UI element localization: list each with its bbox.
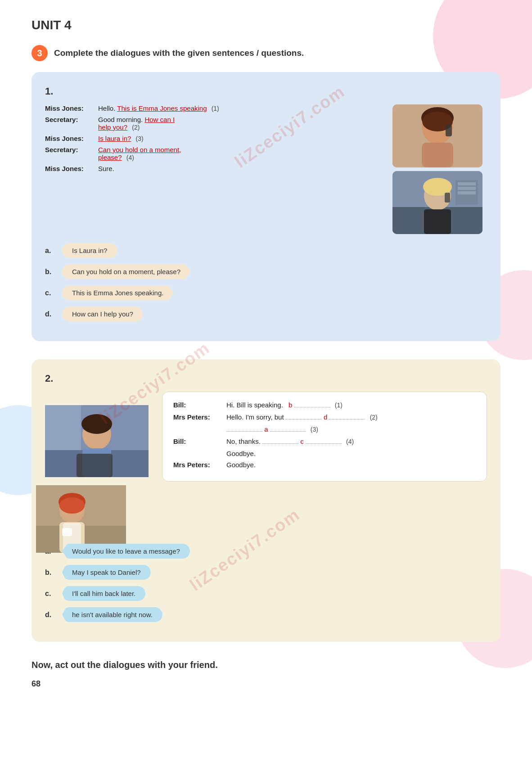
answer-num-1: (1): [212, 105, 219, 112]
d2-answer-1: b: [289, 401, 292, 409]
option-row-d: d. How can I help you?: [45, 307, 487, 321]
answer-num-3: (3): [136, 135, 144, 142]
option-label-b: b.: [45, 268, 58, 276]
d2-row-4: Bill: No, thanks. c (4): [173, 438, 476, 445]
unit-title: UNIT 4: [32, 18, 500, 32]
dialogue-row-4: Secretary: Can you hold on a moment,plea…: [45, 146, 382, 161]
speaker-miss-jones-3: Miss Jones:: [45, 165, 95, 172]
d2-option-row-c: c. I'll call him back later.: [45, 586, 487, 601]
d2-text-2: Hello. I'm sorry, but d (2): [226, 413, 476, 421]
d2-option-row-a: a. Would you like to leave a message?: [45, 544, 487, 559]
answer-num-2: (2): [132, 124, 140, 131]
d2-dots-4: [262, 443, 298, 444]
svg-rect-2: [422, 143, 453, 167]
d2-answer-2: d: [324, 413, 327, 421]
d2-row-2: Mrs Peters: Hello. I'm sorry, but d (2): [173, 413, 476, 421]
d2-option-label-b: b.: [45, 568, 58, 577]
d2-dots-1: [294, 407, 330, 407]
d2-text-1: Hi. Bill is speaking. b (1): [226, 401, 476, 409]
option-label-d: d.: [45, 310, 58, 318]
options-1: a. Is Laura in? b. Can you hold on a mom…: [45, 243, 487, 321]
answer-3: Is laura in?: [98, 135, 131, 142]
photo-young-man: [45, 405, 149, 477]
dialogue-1-section: Miss Jones: Hello. This is Emma Jones sp…: [45, 104, 487, 234]
dialogue-2-inner: Bill: Hi. Bill is speaking. b (1) Mrs Pe…: [45, 392, 487, 535]
svg-rect-11: [445, 193, 450, 203]
svg-rect-22: [77, 454, 113, 477]
d2-option-bubble-c: I'll call him back later.: [62, 586, 145, 601]
option-bubble-c: This is Emma Jones speaking.: [62, 285, 173, 300]
d2-option-row-d: d. he isn't available right now.: [45, 607, 487, 622]
d2-dots-2: [286, 419, 322, 420]
svg-rect-14: [458, 187, 476, 190]
d2-speaker-mrs-1: Mrs Peters:: [173, 413, 223, 421]
answer-num-4: (4): [126, 154, 134, 161]
svg-point-20: [81, 414, 112, 434]
speaker-miss-jones-1: Miss Jones:: [45, 104, 95, 112]
d2-option-label-d: d.: [45, 611, 58, 619]
d2-speaker-mrs-2: Mrs Peters:: [173, 461, 223, 469]
svg-rect-5: [446, 125, 452, 136]
option-row-b: b. Can you hold on a moment, please?: [45, 264, 487, 279]
exercise-2-box: 2.: [32, 359, 500, 642]
d2-row-5: Goodbye.: [173, 450, 476, 457]
d2-option-label-c: c.: [45, 590, 58, 598]
d2-answer-4: c: [300, 438, 304, 445]
photos-col-2: [45, 392, 153, 535]
dialogue-1-table: Miss Jones: Hello. This is Emma Jones sp…: [45, 104, 382, 176]
exercise-instruction: Complete the dialogues with the given se…: [54, 48, 304, 58]
dialogue-row-2: Secretary: Good morning. How can Ihelp y…: [45, 116, 382, 131]
d2-text-4: No, thanks. c (4): [226, 438, 476, 445]
speaker-secretary-2: Secretary:: [45, 146, 95, 153]
photo-woman-phone: [392, 104, 482, 167]
d2-speaker-bill-1: Bill:: [173, 401, 223, 409]
d2-answer-3: a: [264, 425, 268, 433]
photo-woman-kitchen: [36, 485, 126, 553]
d2-option-bubble-d: he isn't available right now.: [62, 607, 162, 622]
answer-4: Can you hold on a moment,please?: [98, 146, 181, 161]
exercise-header: 3 Complete the dialogues with the given …: [32, 45, 500, 61]
d2-row-1: Bill: Hi. Bill is speaking. b (1): [173, 401, 476, 409]
d2-dots-3b: [270, 431, 306, 432]
dialogue-row-5: Miss Jones: Sure.: [45, 165, 382, 172]
option-bubble-d: How can I help you?: [62, 307, 143, 321]
exercise-2-number: 2.: [45, 373, 487, 384]
d2-num-3: (3): [311, 426, 318, 433]
dialogue-text-3: Is laura in? (3): [98, 135, 382, 142]
answer-1: This is Emma Jones speaking: [117, 104, 207, 112]
dialogue-row-3: Miss Jones: Is laura in? (3): [45, 135, 382, 142]
d2-text-6: Goodbye.: [226, 461, 476, 469]
option-bubble-b: Can you hold on a moment, please?: [62, 264, 190, 279]
d2-num-4: (4): [346, 438, 354, 445]
d2-option-bubble-b: May I speak to Daniel?: [62, 565, 151, 580]
photos-col-1: [392, 104, 487, 234]
exercise-badge: 3: [32, 45, 48, 61]
d2-speaker-bill-2: Bill:: [173, 438, 223, 445]
d2-dots-4b: [306, 443, 342, 444]
option-row-c: c. This is Emma Jones speaking.: [45, 285, 487, 300]
dialogue-text-5: Sure.: [98, 165, 382, 172]
d2-dots-3: [226, 431, 262, 432]
footer-instruction: Now, act out the dialogues with your fri…: [32, 660, 500, 670]
exercise-1-number: 1.: [45, 86, 487, 97]
d2-num-1: (1): [335, 402, 343, 409]
dialogue-text-2: Good morning. How can Ihelp you? (2): [98, 116, 382, 131]
dialogue-2-table: Bill: Hi. Bill is speaking. b (1) Mrs Pe…: [162, 392, 487, 482]
options-2: a. Would you like to leave a message? b.…: [45, 544, 487, 622]
svg-rect-13: [458, 182, 476, 185]
exercise-1-box: 1. Miss Jones: Hello. This is Emma Jones…: [32, 72, 500, 341]
d2-text-5: Goodbye.: [226, 450, 476, 457]
svg-rect-21: [45, 405, 81, 450]
option-label-a: a.: [45, 247, 58, 255]
d2-option-bubble-a: Would you like to leave a message?: [62, 544, 190, 559]
d2-option-row-b: b. May I speak to Daniel?: [45, 565, 487, 580]
svg-rect-9: [424, 209, 451, 234]
dialogue-text-4: Can you hold on a moment,please? (4): [98, 146, 382, 161]
photo-secretary: [392, 171, 482, 234]
page-number: 68: [32, 679, 500, 689]
dialogue-row-1: Miss Jones: Hello. This is Emma Jones sp…: [45, 104, 382, 112]
speaker-secretary-1: Secretary:: [45, 116, 95, 123]
option-row-a: a. Is Laura in?: [45, 243, 487, 258]
d2-row-6: Mrs Peters: Goodbye.: [173, 461, 476, 469]
dialogue-text-1: Hello. This is Emma Jones speaking (1): [98, 104, 382, 112]
